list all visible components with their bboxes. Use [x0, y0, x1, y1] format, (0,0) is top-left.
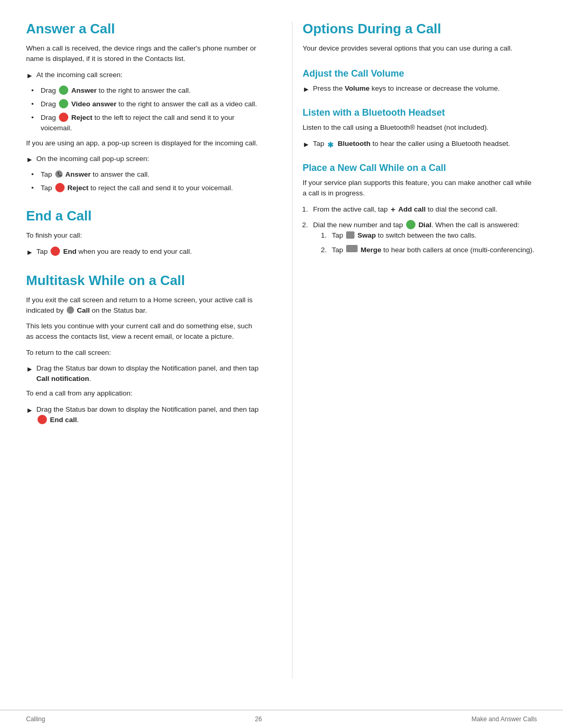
- svg-text:📞: 📞: [57, 171, 62, 177]
- answer-drag-item: Drag Answer to the right to answer the c…: [31, 85, 261, 96]
- reject-suffix: to the left to reject the call and send …: [41, 114, 235, 132]
- arrow-icon-6: ►: [303, 84, 310, 95]
- video-answer-bold: Video answer: [71, 100, 117, 108]
- call-notification-bold: Call notification: [36, 375, 89, 382]
- swap-item: Tap Swap to switch between the two calls…: [329, 230, 537, 241]
- arrow-icon-2: ►: [26, 154, 33, 165]
- options-during-call-section: Options During a Call Your device provid…: [303, 21, 537, 54]
- merge-bold: Merge: [361, 246, 382, 254]
- place-new-call-intro: If your service plan supports this featu…: [303, 178, 537, 199]
- multitask-title: Multitask While on a Call: [26, 273, 261, 289]
- green-dial-icon: [406, 220, 415, 229]
- bt-suffix: to hear the caller using a Bluetooth hea…: [371, 140, 510, 147]
- step-2: Dial the new number and tap Dial. When t…: [310, 220, 537, 256]
- swap-bold: Swap: [358, 231, 376, 239]
- multitask-para2: This lets you continue with your current…: [26, 321, 261, 342]
- volume-bold: Volume: [345, 84, 370, 92]
- popup-intro: If you are using an app, a pop-up screen…: [26, 138, 261, 149]
- small-phone-icon: 📞: [55, 170, 63, 178]
- return-end: .: [89, 375, 91, 382]
- footer-left: Calling: [26, 715, 45, 723]
- return-bullet: ► Drag the Status bar down to display th…: [26, 363, 261, 385]
- tap-reject-prefix: Tap: [41, 184, 54, 192]
- footer-center: 26: [255, 715, 262, 723]
- tap-answer-bold: Answer: [65, 170, 91, 178]
- svg-rect-3: [346, 231, 354, 239]
- tap-answer-prefix: Tap: [41, 170, 54, 178]
- popup-screen-bullet: ► On the incoming call pop-up screen:: [26, 154, 261, 165]
- red-reject2-icon: [55, 183, 65, 192]
- swap-prefix: Tap: [332, 231, 346, 239]
- popup-call-list: Tap 📞 Answer to answer the call. Tap Rej…: [26, 169, 261, 194]
- end-app-bullet: ► Drag the Status bar down to display th…: [26, 404, 261, 426]
- place-new-call-steps: From the active call, tap + Add call to …: [303, 204, 537, 256]
- popup-screen-label: On the incoming call pop-up screen:: [36, 154, 261, 164]
- left-column: Answer a Call When a call is received, t…: [26, 21, 271, 678]
- adjust-volume-title: Adjust the Call Volume: [303, 68, 537, 79]
- step-1: From the active call, tap + Add call to …: [310, 204, 537, 216]
- return-text: Drag the Status bar down to display the …: [36, 363, 261, 385]
- answer-suffix: to the right to answer the call.: [97, 87, 191, 94]
- answer-a-call-section: Answer a Call When a call is received, t…: [26, 21, 261, 193]
- end-app-text: Drag the Status bar down to display the …: [36, 404, 261, 426]
- step2-prefix: Dial the new number and tap: [313, 221, 405, 229]
- swap-icon: [346, 231, 354, 240]
- multitask-para1-suffix: on the Status bar.: [90, 306, 147, 314]
- volume-suffix: keys to increase or decrease the volume.: [370, 84, 500, 92]
- end-call-title: End a Call: [26, 208, 261, 224]
- step2-suffix: . When the call is answered:: [431, 221, 519, 229]
- arrow-icon-7: ►: [303, 139, 310, 150]
- red-end-icon-2: [38, 415, 47, 424]
- page: Answer a Call When a call is received, t…: [0, 0, 563, 728]
- bluetooth-section: Listen with a Bluetooth Headset Listen t…: [303, 107, 537, 150]
- arrow-icon-5: ►: [26, 405, 33, 416]
- merge-suffix: to hear both callers at once (multi-conf…: [382, 246, 534, 254]
- answer-bold: Answer: [71, 87, 97, 94]
- reject-bold: Reject: [71, 114, 93, 121]
- bt-prefix: Tap: [313, 140, 326, 147]
- place-new-call-title: Place a New Call While on a Call: [303, 163, 537, 174]
- dial-bold: Dial: [419, 221, 432, 229]
- incoming-call-list: Drag Answer to the right to answer the c…: [26, 85, 261, 134]
- arrow-icon-3: ►: [26, 247, 33, 258]
- red-end-icon: [51, 246, 60, 256]
- bluetooth-bullet: ► Tap ✱ Bluetooth to hear the caller usi…: [303, 139, 537, 150]
- step2-sub-list: Tap Swap to switch between the two calls…: [324, 230, 537, 256]
- merge-item: Tap Merge to hear both callers at once (…: [329, 245, 537, 256]
- end-app-end: .: [77, 416, 79, 424]
- svg-rect-4: [346, 245, 358, 252]
- tap-answer-item: Tap 📞 Answer to answer the call.: [31, 169, 261, 180]
- multitask-section: Multitask While on a Call If you exit th…: [26, 273, 261, 426]
- volume-prefix: Press the: [313, 84, 345, 92]
- arrow-icon-4: ►: [26, 364, 33, 375]
- call-status-icon: [67, 306, 74, 314]
- tap-reject-suffix: to reject the call and send it to your v…: [89, 184, 233, 192]
- options-during-call-title: Options During a Call: [303, 21, 537, 37]
- merge-icon: [346, 245, 358, 255]
- end-call-bullet: ► Tap End when you are ready to end your…: [26, 246, 261, 258]
- bt-bold: Bluetooth: [338, 140, 371, 147]
- plus-icon: +: [391, 204, 396, 216]
- merge-prefix: Tap: [332, 246, 346, 254]
- drag-answer-prefix: Drag: [41, 87, 58, 94]
- end-call-bold: End call: [50, 416, 77, 424]
- tap-answer-suffix: to answer the call.: [91, 170, 150, 178]
- end-bold: End: [63, 248, 77, 255]
- step1-prefix: From the active call, tap: [313, 205, 390, 213]
- add-call-bold: Add call: [398, 205, 426, 213]
- drag-video-prefix: Drag: [41, 100, 58, 108]
- options-intro: Your device provides several options tha…: [303, 43, 537, 54]
- end-suffix: when you are ready to end your call.: [77, 248, 192, 255]
- tap-reject-bold: Reject: [67, 184, 89, 192]
- incoming-call-label: At the incoming call screen:: [36, 70, 261, 80]
- footer-right: Make and Answer Calls: [472, 715, 537, 723]
- end-call-text: Tap End when you are ready to end your c…: [36, 246, 261, 257]
- right-column: Options During a Call Your device provid…: [292, 21, 537, 678]
- end-a-call-section: End a Call To finish your call: ► Tap En…: [26, 208, 261, 257]
- bluetooth-text: Tap ✱ Bluetooth to hear the caller using…: [313, 139, 537, 149]
- volume-text: Press the Volume keys to increase or dec…: [313, 83, 537, 94]
- swap-suffix: to switch between the two calls.: [376, 231, 476, 239]
- drag-reject-prefix: Drag: [41, 114, 58, 121]
- return-prefix: Drag the Status bar down to display the …: [36, 364, 259, 372]
- place-new-call-section: Place a New Call While on a Call If your…: [303, 163, 537, 256]
